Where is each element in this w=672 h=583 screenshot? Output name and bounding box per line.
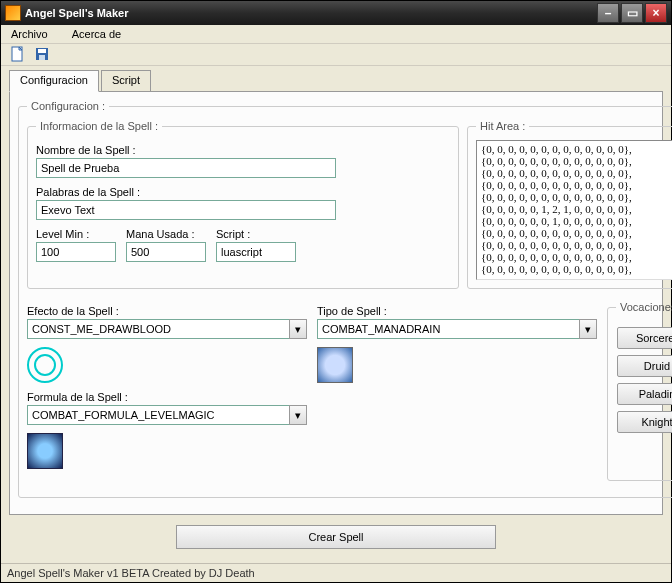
tab-panel-configuracion: Configuracion : Informacion de la Spell … [9,91,663,515]
tipo-preview-icon [317,347,353,383]
status-text: Angel Spell's Maker v1 BETA Created by D… [7,567,255,579]
titlebar: Angel Spell's Maker – ▭ × [1,1,671,25]
vocation-druid-button[interactable]: Druid [617,355,672,377]
label-formula: Formula de la Spell : [27,391,307,403]
efecto-input[interactable] [27,319,289,339]
group-info-spell: Informacion de la Spell : Nombre de la S… [27,120,459,289]
hitarea-line: {0, 0, 0, 0, 0, 0, 0, 0, 0, 0, 0, 0, 0}, [481,191,672,203]
vocation-sorcerer-button[interactable]: Sorcerer [617,327,672,349]
label-mana: Mana Usada : [126,228,206,240]
hitarea-line: {0, 0, 0, 0, 0, 0, 0, 0, 0, 0, 0, 0, 0}, [481,263,672,275]
bottom-bar: Crear Spell [9,515,663,559]
save-icon [35,47,49,61]
hitarea-line: {0, 0, 0, 0, 0, 0, 0, 0, 0, 0, 0, 0, 0}, [481,227,672,239]
content-area: Configuracion Script Configuracion : Inf… [1,66,671,563]
save-button[interactable] [33,45,51,63]
levelmin-input[interactable] [36,242,116,262]
hitarea-textbox[interactable]: {0, 0, 0, 0, 0, 0, 0, 0, 0, 0, 0, 0, 0},… [476,140,672,280]
formula-dropdown-button[interactable]: ▾ [289,405,307,425]
maximize-button[interactable]: ▭ [621,3,643,23]
app-icon [5,5,21,21]
hitarea-line: {0, 0, 0, 0, 0, 0, 0, 0, 0, 0, 0, 0, 0}, [481,179,672,191]
group-hitarea: Hit Area : {0, 0, 0, 0, 0, 0, 0, 0, 0, 0… [467,120,672,289]
tipo-input[interactable] [317,319,579,339]
vocation-knight-button[interactable]: Knight [617,411,672,433]
label-tipo: Tipo de Spell : [317,305,597,317]
group-vocaciones: Vocaciones : Sorcerer Druid Paladin Knig… [607,301,672,481]
menubar: Archivo Acerca de [1,25,671,44]
hitarea-line: {0, 0, 0, 0, 0, 0, 0, 0, 0, 0, 0, 0, 0}, [481,143,672,155]
minimize-button[interactable]: – [597,3,619,23]
group-configuracion: Configuracion : Informacion de la Spell … [18,100,672,498]
formula-combo[interactable]: ▾ [27,405,307,425]
window-title: Angel Spell's Maker [25,7,597,19]
label-nombre: Nombre de la Spell : [36,144,450,156]
svg-rect-2 [38,49,46,53]
hitarea-line: {0, 0, 0, 0, 0, 0, 0, 0, 0, 0, 0, 0, 0}, [481,167,672,179]
legend-info: Informacion de la Spell : [36,120,162,132]
chevron-down-icon: ▾ [295,323,301,336]
tipo-dropdown-button[interactable]: ▾ [579,319,597,339]
hitarea-line: {0, 0, 0, 0, 0, 0, 1, 0, 0, 0, 0, 0, 0}, [481,215,672,227]
new-file-icon [11,46,25,62]
toolbar [1,44,671,66]
menu-acerca[interactable]: Acerca de [66,26,128,42]
mana-input[interactable] [126,242,206,262]
hitarea-line: {0, 0, 0, 0, 0, 0, 0, 0, 0, 0, 0, 0, 0}, [481,239,672,251]
legend-configuracion: Configuracion : [27,100,109,112]
efecto-dropdown-button[interactable]: ▾ [289,319,307,339]
nombre-input[interactable] [36,158,336,178]
script-input[interactable] [216,242,296,262]
label-script: Script : [216,228,296,240]
create-spell-button[interactable]: Crear Spell [176,525,496,549]
chevron-down-icon: ▾ [585,323,591,336]
window-controls: – ▭ × [597,3,667,23]
hitarea-line: {0, 0, 0, 0, 0, 1, 2, 1, 0, 0, 0, 0, 0}, [481,203,672,215]
label-efecto: Efecto de la Spell : [27,305,307,317]
tab-script[interactable]: Script [101,70,151,92]
efecto-preview-icon [27,347,63,383]
chevron-down-icon: ▾ [295,409,301,422]
palabras-input[interactable] [36,200,336,220]
label-levelmin: Level Min : [36,228,116,240]
formula-input[interactable] [27,405,289,425]
tab-configuracion[interactable]: Configuracion [9,70,99,92]
svg-rect-3 [39,55,45,60]
efecto-combo[interactable]: ▾ [27,319,307,339]
label-palabras: Palabras de la Spell : [36,186,450,198]
hitarea-line: {0, 0, 0, 0, 0, 0, 0, 0, 0, 0, 0, 0, 0}, [481,251,672,263]
close-button[interactable]: × [645,3,667,23]
tipo-combo[interactable]: ▾ [317,319,597,339]
vocation-paladin-button[interactable]: Paladin [617,383,672,405]
formula-preview-icon [27,433,63,469]
menu-archivo[interactable]: Archivo [5,26,54,42]
legend-hitarea: Hit Area : [476,120,529,132]
app-window: Angel Spell's Maker – ▭ × Archivo Acerca… [0,0,672,583]
legend-vocaciones: Vocaciones : [616,301,672,313]
tabs: Configuracion Script [9,70,663,92]
hitarea-line: {0, 0, 0, 0, 0, 0, 0, 0, 0, 0, 0, 0, 0}, [481,155,672,167]
new-file-button[interactable] [9,45,27,63]
statusbar: Angel Spell's Maker v1 BETA Created by D… [1,563,671,582]
